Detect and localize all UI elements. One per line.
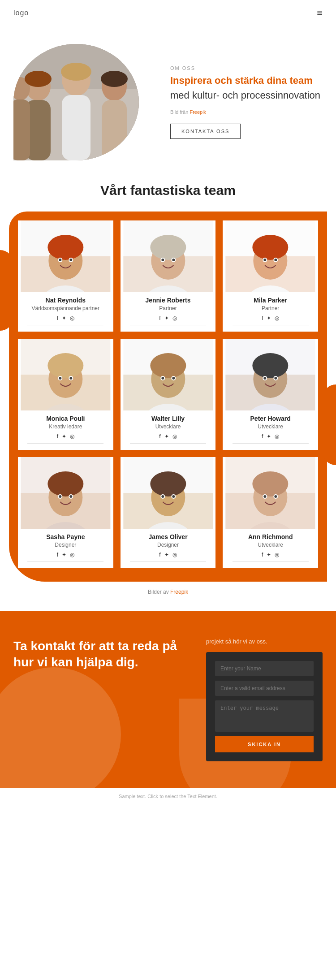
instagram-icon-ann[interactable]: ◎ — [275, 552, 279, 558]
svg-point-91 — [161, 495, 164, 498]
header: logo ≡ — [0, 0, 336, 26]
svg-point-32 — [172, 259, 175, 261]
team-photo-walter — [121, 339, 216, 410]
svg-point-61 — [161, 377, 164, 380]
team-section: Vårt fantastiska team — [0, 183, 336, 611]
svg-rect-9 — [13, 99, 30, 160]
team-grid: Nat Reynolds Världsomspännande partner f… — [18, 220, 318, 568]
images-credit: Bilder av Freepik — [0, 582, 336, 602]
team-social-james: f ✦ ◎ — [159, 552, 177, 558]
instagram-icon-nat[interactable]: ◎ — [70, 315, 74, 321]
team-role-nat: Världsomspännande partner — [32, 305, 99, 311]
team-name-james: James Oliver — [148, 533, 187, 540]
team-card-monica: Monica Pouli Kreativ ledare f ✦ ◎ — [18, 339, 113, 450]
team-name-sasha: Sasha Payne — [46, 533, 85, 540]
team-card-ann: Ann Richmond Utvecklare f ✦ ◎ — [223, 457, 318, 568]
facebook-icon-james[interactable]: f — [159, 552, 160, 558]
svg-point-48 — [47, 353, 83, 378]
svg-point-41 — [264, 259, 267, 261]
team-photo-james — [121, 457, 216, 529]
facebook-icon-nat[interactable]: f — [57, 315, 58, 321]
twitter-icon-sasha[interactable]: ✦ — [62, 552, 66, 558]
message-input[interactable] — [215, 700, 314, 732]
svg-point-42 — [275, 259, 277, 261]
facebook-icon-sasha[interactable]: f — [57, 552, 58, 558]
team-name-walter: Walter Lilly — [151, 415, 185, 422]
facebook-icon-jennie[interactable]: f — [159, 315, 160, 321]
team-role-ann: Utvecklare — [258, 542, 283, 548]
hamburger-icon[interactable]: ≡ — [317, 7, 323, 19]
card-divider-monica — [27, 443, 103, 444]
hero-section: OM OSS Inspirera och stärka dina team me… — [0, 26, 336, 183]
team-social-walter: f ✦ ◎ — [159, 433, 177, 440]
team-photo-mila — [223, 220, 318, 292]
svg-point-71 — [264, 377, 267, 380]
facebook-icon-monica[interactable]: f — [57, 433, 58, 440]
svg-point-38 — [253, 235, 289, 260]
svg-rect-7 — [102, 100, 127, 160]
team-role-james: Designer — [157, 542, 179, 548]
svg-point-52 — [69, 377, 72, 380]
team-role-peter: Utvecklare — [258, 423, 283, 430]
svg-point-28 — [150, 235, 186, 260]
svg-point-31 — [161, 259, 164, 261]
svg-point-88 — [150, 471, 186, 496]
hero-image-bg — [13, 44, 139, 160]
team-social-jennie: f ✦ ◎ — [159, 315, 177, 321]
team-role-sasha: Designer — [55, 542, 76, 548]
instagram-icon-mila[interactable]: ◎ — [275, 315, 279, 321]
instagram-icon-peter[interactable]: ◎ — [275, 433, 279, 440]
twitter-icon-jennie[interactable]: ✦ — [164, 315, 169, 321]
team-name-mila: Mila Parker — [254, 297, 287, 304]
svg-point-68 — [253, 353, 289, 378]
card-divider-ann — [233, 561, 309, 562]
logo: logo — [13, 9, 29, 17]
contact-section: Ta kontakt för att ta reda på hur vi kan… — [0, 611, 336, 788]
twitter-icon-ann[interactable]: ✦ — [267, 552, 271, 558]
submit-button[interactable]: SKICKA IN — [215, 736, 314, 752]
team-photo-monica — [18, 339, 113, 410]
team-social-mila: f ✦ ◎ — [262, 315, 279, 321]
team-role-monica: Kreativ ledare — [49, 423, 82, 430]
team-photo-sasha — [18, 457, 113, 529]
instagram-icon-jennie[interactable]: ◎ — [172, 315, 177, 321]
svg-point-10 — [25, 71, 52, 87]
facebook-icon-peter[interactable]: f — [262, 433, 263, 440]
team-photo-peter — [223, 339, 318, 410]
facebook-icon-walter[interactable]: f — [159, 433, 160, 440]
svg-point-21 — [59, 259, 61, 261]
contact-inner: Ta kontakt för att ta reda på hur vi kan… — [13, 638, 323, 761]
contact-title: Ta kontakt för att ta reda på hur vi kan… — [13, 638, 193, 671]
name-input[interactable] — [215, 661, 314, 676]
twitter-icon-peter[interactable]: ✦ — [267, 433, 271, 440]
team-social-monica: f ✦ ◎ — [57, 433, 74, 440]
email-input[interactable] — [215, 681, 314, 696]
svg-point-11 — [101, 71, 128, 87]
instagram-icon-sasha[interactable]: ◎ — [70, 552, 74, 558]
twitter-icon-walter[interactable]: ✦ — [164, 433, 169, 440]
instagram-icon-monica[interactable]: ◎ — [70, 433, 74, 440]
freepik-link-team[interactable]: Freepik — [170, 589, 188, 595]
facebook-icon-mila[interactable]: f — [262, 315, 263, 321]
facebook-icon-ann[interactable]: f — [262, 552, 263, 558]
twitter-icon-nat[interactable]: ✦ — [62, 315, 66, 321]
team-card-sasha: Sasha Payne Designer f ✦ ◎ — [18, 457, 113, 568]
twitter-icon-james[interactable]: ✦ — [164, 552, 169, 558]
footer-note: Sample text. Click to select the Text El… — [0, 788, 336, 804]
team-photo-jennie — [121, 220, 216, 292]
svg-rect-5 — [62, 95, 90, 160]
twitter-icon-mila[interactable]: ✦ — [267, 315, 271, 321]
instagram-icon-james[interactable]: ◎ — [172, 552, 177, 558]
freepik-link-hero[interactable]: Freepik — [190, 109, 206, 115]
svg-point-72 — [275, 377, 277, 380]
svg-point-12 — [61, 63, 91, 81]
team-photo-ann — [223, 457, 318, 529]
instagram-icon-walter[interactable]: ◎ — [172, 433, 177, 440]
team-card-peter: Peter Howard Utvecklare f ✦ ◎ — [223, 339, 318, 450]
kontakta-button[interactable]: KONTAKTA OSS — [170, 124, 241, 139]
team-title: Vårt fantastiska team — [0, 183, 336, 198]
contact-left: Ta kontakt för att ta reda på hur vi kan… — [13, 638, 193, 671]
svg-point-62 — [172, 377, 175, 380]
twitter-icon-monica[interactable]: ✦ — [62, 433, 66, 440]
team-name-jennie: Jennie Roberts — [145, 297, 190, 304]
